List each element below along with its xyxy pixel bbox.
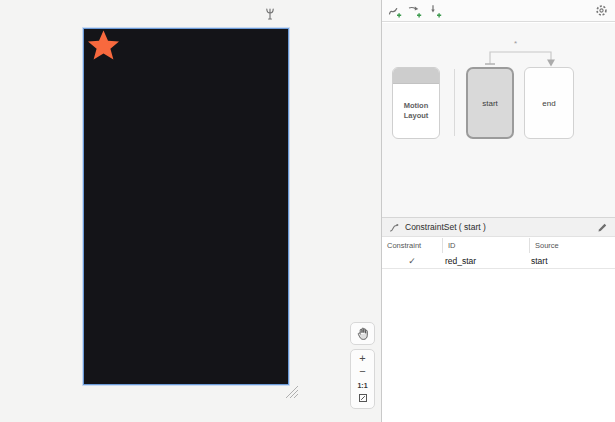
gear-icon — [595, 4, 608, 17]
motion-editor-panel: * Motion Layout start end ConstraintSet … — [382, 0, 615, 422]
motion-layout-node-header — [393, 68, 439, 84]
zoom-to-fit-button[interactable] — [351, 393, 374, 405]
constraintset-title: ConstraintSet ( start ) — [405, 222, 486, 232]
table-header-row: Constraint ID Source — [382, 238, 615, 253]
constraintset-header: ConstraintSet ( start ) — [382, 217, 615, 237]
add-transition-button[interactable] — [387, 3, 402, 18]
pencil-icon — [597, 222, 608, 233]
fit-icon — [358, 393, 368, 403]
motion-layout-node-label: Motion Layout — [393, 84, 439, 138]
transition-start-to-end[interactable] — [466, 33, 576, 71]
zoom-out-button[interactable]: − — [351, 366, 374, 377]
constraint-source: start — [529, 253, 615, 268]
add-keyframe-button[interactable] — [427, 3, 442, 18]
edit-constraintset-button[interactable] — [596, 221, 608, 233]
zoom-controls: + − 1:1 — [350, 349, 375, 409]
constraintset-icon — [389, 222, 400, 233]
transition-marker: * — [514, 39, 517, 48]
overview-separator — [454, 69, 455, 136]
column-constraint: Constraint — [382, 238, 442, 253]
add-transition-icon — [388, 4, 402, 18]
add-keyframe-icon — [428, 4, 442, 18]
add-gesture-icon — [408, 4, 422, 18]
add-gesture-button[interactable] — [407, 3, 422, 18]
zoom-actual-size-button[interactable]: 1:1 — [351, 380, 374, 391]
key-icon[interactable] — [264, 6, 276, 21]
state-start[interactable]: start — [466, 67, 514, 139]
design-surface: + − 1:1 — [0, 0, 381, 422]
pan-tool-button[interactable] — [350, 322, 375, 345]
zoom-in-button[interactable]: + — [351, 353, 374, 364]
state-end[interactable]: end — [524, 67, 574, 139]
resize-handle[interactable] — [283, 384, 299, 399]
constraint-checkmark: ✓ — [382, 253, 442, 268]
motion-editor-toolbar — [382, 0, 615, 22]
motion-layout-node[interactable]: Motion Layout — [392, 67, 440, 139]
column-source: Source — [529, 238, 615, 253]
motion-settings-button[interactable] — [594, 3, 609, 18]
device-preview[interactable] — [83, 28, 289, 385]
column-id: ID — [442, 238, 529, 253]
motion-overview: * Motion Layout start end — [382, 23, 615, 217]
hand-icon — [357, 327, 369, 340]
red-star-view[interactable] — [88, 30, 119, 60]
constraintset-table: Constraint ID Source ✓ red_star start — [382, 238, 615, 269]
constraint-id: red_star — [442, 253, 529, 268]
table-row[interactable]: ✓ red_star start — [382, 253, 615, 269]
